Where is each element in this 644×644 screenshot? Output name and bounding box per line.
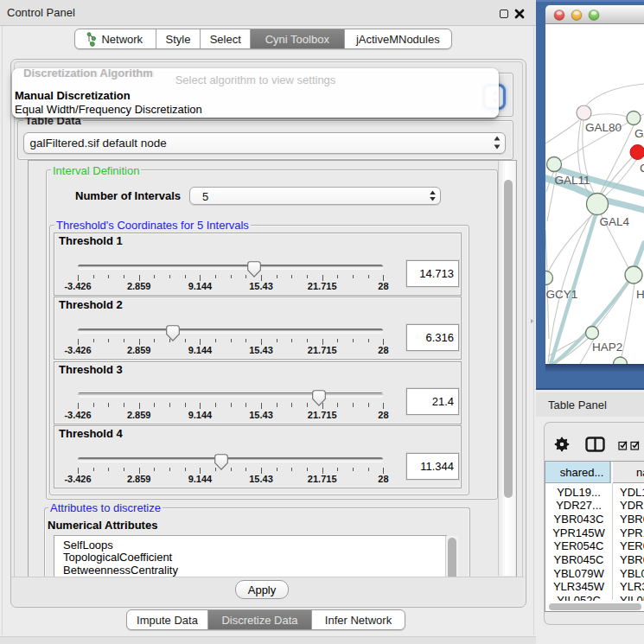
svg-text:GA: GA (634, 127, 644, 140)
svg-text:GAL80: GAL80 (585, 121, 622, 134)
svg-text:GAL4: GAL4 (600, 215, 630, 228)
svg-text:GAL11: GAL11 (555, 174, 590, 187)
svg-text:H: H (636, 288, 644, 301)
svg-text:GCY1: GCY1 (546, 288, 578, 301)
svg-text:HAP2: HAP2 (592, 341, 622, 354)
svg-text:C: C (640, 162, 644, 175)
